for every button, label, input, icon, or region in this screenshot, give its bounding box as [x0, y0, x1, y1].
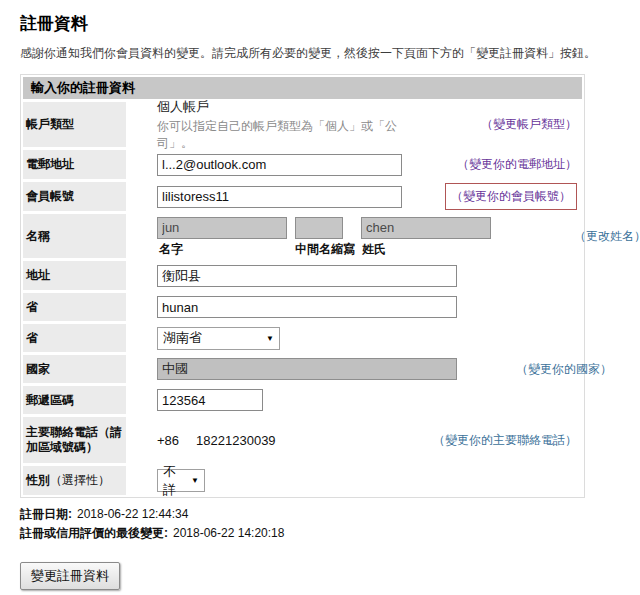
- phone-label: 主要聯絡電話（請加區域號碼）: [23, 417, 126, 463]
- gender-label: 性別（選擇性）: [23, 466, 126, 495]
- registration-page: 註冊資料 感謝你通知我們你會員資料的變更。請完成所有必要的變更，然後按一下頁面下…: [0, 0, 640, 590]
- registration-date-line: 註冊日期:2018-06-22 12:44:34: [20, 506, 620, 523]
- first-name-sublabel: 名字: [159, 241, 183, 258]
- chevron-down-icon: ▼: [266, 334, 274, 343]
- middle-initial-input: [295, 217, 343, 239]
- country-input: [157, 358, 457, 380]
- change-phone-link[interactable]: （變更你的主要聯絡電話）: [433, 432, 577, 449]
- last-change-line: 註冊或信用評價的最後變更:2018-06-22 14:20:18: [20, 525, 620, 542]
- chevron-down-icon: ▼: [191, 476, 199, 485]
- address-label: 地址: [23, 261, 126, 290]
- postal-code-input[interactable]: [157, 389, 263, 411]
- account-type-label: 帳戶類型: [23, 102, 126, 147]
- change-email-link[interactable]: （變更你的電郵地址）: [457, 156, 577, 173]
- member-id-label: 會員帳號: [23, 182, 126, 211]
- province-text-input[interactable]: [157, 296, 457, 318]
- intro-text: 感謝你通知我們你會員資料的變更。請完成所有必要的變更，然後按一下頁面下方的「變更…: [20, 45, 620, 62]
- change-name-link[interactable]: （更改姓名）: [574, 228, 640, 245]
- row-phone: 主要聯絡電話（請加區域號碼） +8618221230039 （變更你的主要聯絡電…: [23, 417, 582, 463]
- last-change-value: 2018-06-22 14:20:18: [173, 526, 284, 540]
- name-label: 名稱: [23, 214, 126, 258]
- change-registration-button[interactable]: 變更註冊資料: [20, 562, 120, 590]
- row-province-text: 省: [23, 293, 582, 321]
- gender-select[interactable]: 不詳 ▼: [157, 469, 205, 492]
- email-label: 電郵地址: [23, 150, 126, 179]
- change-account-type-link[interactable]: （變更帳戶類型）: [481, 116, 577, 133]
- last-name-input: [361, 217, 491, 239]
- account-type-hint: 你可以指定自己的帳戶類型為「個人」或「公司」。: [157, 118, 422, 152]
- section-header: 輸入你的註冊資料: [23, 77, 582, 99]
- phone-number: 18221230039: [196, 433, 276, 448]
- change-member-id-link[interactable]: （變更你的會員帳號）: [451, 189, 571, 203]
- row-province-select: 省 湖南省 ▼: [23, 324, 582, 352]
- row-address: 地址: [23, 261, 582, 290]
- member-id-input[interactable]: [157, 186, 402, 208]
- row-member-id: 會員帳號 （變更你的會員帳號）: [23, 182, 582, 211]
- page-title: 註冊資料: [20, 12, 620, 35]
- address-input[interactable]: [157, 265, 457, 287]
- country-label: 國家: [23, 355, 126, 383]
- row-gender: 性別（選擇性） 不詳 ▼: [23, 466, 582, 495]
- change-country-link[interactable]: （變更你的國家）: [516, 361, 612, 378]
- middle-initial-sublabel: 中間名縮寫: [295, 241, 355, 258]
- gender-select-value: 不詳: [163, 463, 186, 499]
- row-postal-code: 郵遞區碼: [23, 386, 582, 414]
- account-type-value: 個人帳戶: [157, 98, 422, 116]
- registration-date-value: 2018-06-22 12:44:34: [77, 507, 188, 521]
- row-name: 名稱 名字 中間名縮寫 姓氏 （更改姓名）: [23, 214, 582, 258]
- first-name-input: [157, 217, 287, 239]
- registration-meta: 註冊日期:2018-06-22 12:44:34 註冊或信用評價的最後變更:20…: [20, 506, 620, 542]
- member-id-link-highlight-box: （變更你的會員帳號）: [445, 183, 577, 210]
- row-email: 電郵地址 （變更你的電郵地址）: [23, 150, 582, 179]
- postal-code-label: 郵遞區碼: [23, 386, 126, 414]
- province-select-label: 省: [23, 324, 126, 352]
- row-account-type: 帳戶類型 個人帳戶 你可以指定自己的帳戶類型為「個人」或「公司」。 （變更帳戶類…: [23, 102, 582, 147]
- province-select[interactable]: 湖南省 ▼: [157, 327, 280, 350]
- last-name-sublabel: 姓氏: [362, 241, 386, 258]
- province-select-value: 湖南省: [163, 329, 202, 347]
- province-text-label: 省: [23, 293, 126, 321]
- last-change-label: 註冊或信用評價的最後變更:: [20, 526, 168, 540]
- phone-country-code: +86: [157, 433, 179, 448]
- registration-date-label: 註冊日期:: [20, 507, 72, 521]
- registration-table: 輸入你的註冊資料 帳戶類型 個人帳戶 你可以指定自己的帳戶類型為「個人」或「公司…: [20, 74, 585, 498]
- row-country: 國家 （變更你的國家）: [23, 355, 582, 383]
- email-input[interactable]: [157, 154, 402, 176]
